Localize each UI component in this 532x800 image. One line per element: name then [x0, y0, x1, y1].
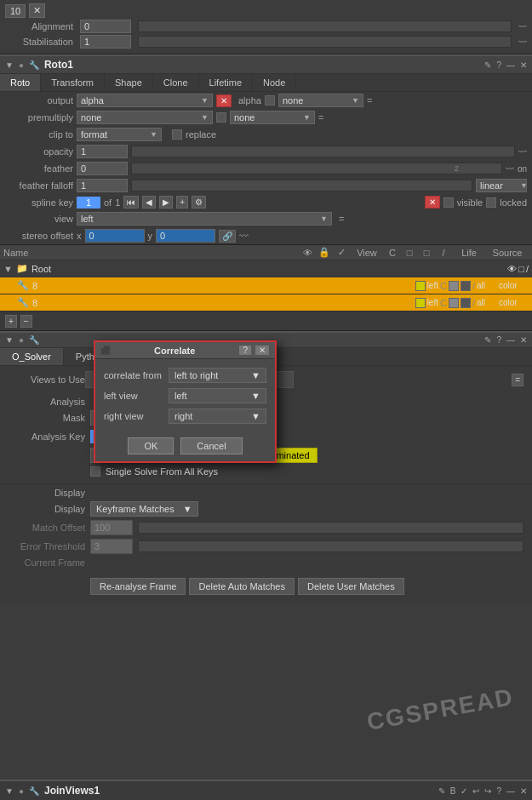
error-threshold-timeline [138, 540, 523, 552]
spline-add-btn[interactable]: + [176, 196, 188, 209]
delete-user-btn[interactable]: Delete User Matches [298, 578, 404, 595]
dialog-ok-btn[interactable]: OK [128, 437, 174, 454]
single-solve-checkbox[interactable] [90, 466, 100, 477]
locked-checkbox[interactable] [486, 197, 496, 208]
right-view-label: right view [104, 411, 163, 421]
left-view-dropdown[interactable]: left ▼ [169, 388, 266, 403]
right-view-row: right view right ▼ [104, 409, 266, 424]
spline-next-btn[interactable]: ▶ [159, 196, 173, 209]
layer1-check[interactable] [415, 281, 426, 291]
col-box-icon: □ [401, 248, 418, 258]
remove-layer-btn[interactable]: − [20, 315, 32, 328]
premultiply-dropdown2[interactable]: none ▼ [230, 111, 315, 124]
stereo-link-btn[interactable]: 🔗 [219, 230, 236, 243]
bottom-check-icon[interactable]: ✓ [460, 786, 467, 796]
roto-title: Roto1 [44, 59, 73, 71]
premultiply-checkbox[interactable] [216, 112, 226, 123]
solver-min-icon[interactable]: — [506, 335, 515, 345]
premultiply-dropdown1[interactable]: none ▼ [77, 111, 213, 124]
correlate-from-dropdown[interactable]: left to right ▼ [169, 368, 266, 383]
col-source-header: Source [486, 248, 529, 258]
delete-auto-btn[interactable]: Delete Auto Matches [189, 578, 295, 595]
close-btn[interactable]: ✕ [29, 3, 45, 18]
collapse-arrow-icon: ▼ [3, 264, 13, 274]
bottom-edit-icon[interactable]: ✎ [438, 786, 445, 796]
opacity-input[interactable] [77, 145, 128, 158]
clipto-checkbox[interactable] [172, 129, 182, 140]
layer1-slash-icon: / [472, 281, 475, 291]
display-dropdown[interactable]: Keyframe Matches ▼ [90, 501, 198, 517]
output-dropdown1[interactable]: alpha ▼ [77, 94, 213, 107]
folder-icon: 📁 [16, 263, 28, 274]
root-label: Root [31, 264, 507, 274]
dialog-help-btn[interactable]: ? [238, 345, 252, 356]
tab-lifetime[interactable]: Lifetime [199, 74, 254, 91]
view-dropdown[interactable]: left ▼ [77, 212, 332, 226]
layer-row-2[interactable]: 🔧 8 left C / all color [0, 294, 532, 311]
match-offset-timeline [138, 522, 523, 534]
feather-input[interactable] [77, 162, 128, 175]
layer-row-1[interactable]: 🔧 8 left C / all color [0, 277, 532, 294]
bottom-arrow3-icon[interactable]: ↪ [484, 786, 491, 796]
tab-clone[interactable]: Clone [153, 74, 199, 91]
solver-edit-icon[interactable]: ✎ [484, 335, 491, 345]
spline-prev-prev-btn[interactable]: ⏮ [123, 196, 139, 209]
spline-options-btn[interactable]: ⚙ [192, 196, 206, 209]
bottom-tool-icon: 🔧 [29, 786, 39, 796]
bottom-min-icon[interactable]: — [506, 786, 515, 796]
spline-x-btn[interactable]: ✕ [425, 196, 440, 209]
reanalyse-btn[interactable]: Re-analyse Frame [90, 578, 186, 595]
clipto-dropdown[interactable]: format ▼ [77, 128, 162, 141]
root-eye-icon: 👁 [507, 264, 517, 274]
output-dropdown2[interactable]: none ▼ [278, 94, 363, 107]
col-box2-icon: □ [418, 248, 435, 258]
roto-edit-icon[interactable]: ✎ [484, 60, 491, 70]
roto-help-icon[interactable]: ? [496, 60, 501, 70]
right-view-dropdown[interactable]: right ▼ [169, 409, 266, 424]
spline-prev-btn[interactable]: ◀ [142, 196, 156, 209]
tab-shape[interactable]: Shape [105, 74, 153, 91]
bottom-help-icon[interactable]: ? [496, 786, 501, 796]
views-eq-btn[interactable]: = [512, 374, 523, 386]
feather-wave-icon: 〰 [506, 164, 514, 174]
layer2-check[interactable] [415, 298, 426, 308]
error-threshold-row: Error Threshold [9, 539, 523, 554]
display-section: Display Display Keyframe Matches ▼ Match… [0, 483, 532, 574]
dialog-cancel-btn[interactable]: Cancel [180, 437, 242, 454]
add-layer-btn[interactable]: + [5, 315, 17, 328]
wave-icon: 〰 [518, 22, 527, 31]
layer2-box2[interactable] [460, 298, 471, 308]
bottom-arrow2-icon[interactable]: ↩ [472, 786, 479, 796]
stereo-y-input[interactable] [156, 229, 215, 243]
bottom-b-icon[interactable]: B [450, 786, 456, 796]
spline-key-input[interactable] [77, 197, 100, 209]
alignment-input[interactable] [80, 20, 131, 33]
roto-min-icon[interactable]: — [506, 60, 515, 70]
pre-eq-icon: = [318, 112, 323, 123]
col-view-header: View [350, 248, 384, 258]
feather-falloff-input[interactable] [77, 179, 128, 192]
solver-close-icon[interactable]: ✕ [520, 335, 527, 345]
solver-help-icon[interactable]: ? [496, 335, 501, 345]
bottom-close-icon[interactable]: ✕ [520, 786, 527, 796]
stabilisation-input[interactable] [80, 35, 131, 49]
feather-falloff-row: feather falloff linear ▼ [0, 177, 532, 194]
col-c-icon: C [384, 248, 401, 258]
roto-close-icon[interactable]: ✕ [520, 60, 527, 70]
visible-checkbox[interactable] [443, 197, 454, 208]
layer-row-root[interactable]: ▼ 📁 Root 👁 □ / [0, 260, 532, 277]
layer1-box1[interactable] [449, 281, 459, 291]
solver-tab-osolver[interactable]: O_Solver [0, 348, 64, 365]
stereo-offset-row: stereo offset x y 🔗 〰 [0, 227, 532, 244]
tab-roto[interactable]: Roto [0, 74, 41, 91]
output-row: output alpha ▼ ✕ alpha none ▼ = [0, 92, 532, 109]
layer1-box2[interactable] [460, 281, 471, 291]
stereo-x-input[interactable] [85, 229, 145, 243]
tab-node[interactable]: Node [253, 74, 296, 91]
output-x-btn[interactable]: ✕ [216, 94, 232, 107]
falloff-dropdown[interactable]: linear ▼ [476, 179, 527, 192]
output-checkbox[interactable] [265, 95, 275, 106]
dialog-close-btn[interactable]: ✕ [255, 345, 270, 356]
tab-transform[interactable]: Transform [41, 74, 105, 91]
layer2-box1[interactable] [449, 298, 459, 308]
